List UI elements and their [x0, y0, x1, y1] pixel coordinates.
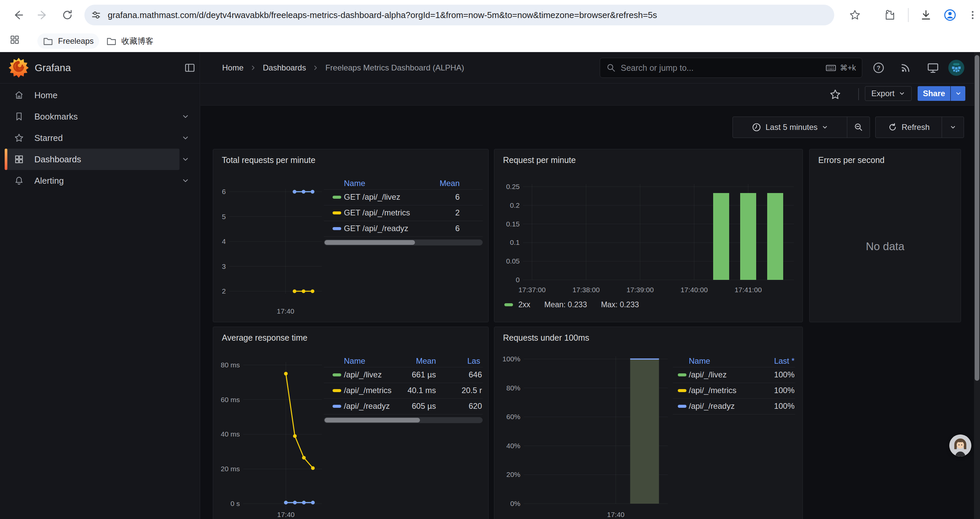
search-input[interactable]: Search or jump to... ⌘+k — [600, 58, 862, 78]
series-color-chip[interactable] — [678, 389, 686, 392]
svg-text:5: 5 — [222, 213, 226, 220]
svg-text:20 ms: 20 ms — [221, 465, 240, 473]
sidebar-item-home[interactable]: Home — [5, 85, 180, 106]
zoom-out-button[interactable] — [847, 117, 870, 137]
site-settings-icon[interactable] — [84, 10, 108, 21]
legend-column-header[interactable]: Las — [467, 356, 480, 366]
series-name[interactable]: 2xx — [519, 300, 530, 309]
legend-series-value: 100% — [774, 386, 795, 395]
panel-request-per-minute[interactable]: Request per minute 0.250.20.150.10.05017… — [494, 149, 803, 322]
time-range-picker[interactable]: Last 5 minutes — [733, 117, 847, 137]
panel-errors-per-second[interactable]: Errors per second No data — [809, 149, 961, 322]
bookmark-star-icon[interactable] — [844, 4, 865, 26]
legend-scrollbar-thumb[interactable] — [325, 240, 415, 245]
user-avatar[interactable] — [948, 60, 964, 76]
news-rss-icon[interactable] — [897, 60, 914, 76]
back-icon[interactable] — [7, 4, 29, 26]
refresh-interval-dropdown[interactable] — [942, 117, 964, 137]
breadcrumb-dashboards[interactable]: Dashboards — [263, 63, 306, 72]
page-scrollbar-thumb[interactable] — [975, 55, 979, 381]
extensions-icon[interactable] — [879, 4, 900, 26]
help-icon[interactable]: ? — [870, 60, 886, 76]
dashboard-canvas: Last 5 minutes Refresh Total requests p — [200, 105, 980, 519]
bookmark-folder-freeleaps[interactable]: Freeleaps — [37, 34, 99, 49]
svg-text:80%: 80% — [506, 384, 520, 392]
legend-separator — [673, 398, 795, 399]
apps-grid-icon[interactable] — [5, 30, 24, 49]
legend-series-name[interactable]: /api/_/metrics — [689, 386, 737, 395]
series-color-chip[interactable] — [332, 405, 341, 408]
legend-column-header[interactable]: Mean — [416, 356, 436, 366]
clock-icon — [751, 122, 762, 132]
legend-column-header[interactable]: Mean — [440, 179, 460, 188]
sidebar-item-label: Home — [34, 90, 57, 101]
forward-icon[interactable] — [32, 4, 53, 26]
star-icon — [14, 133, 24, 143]
export-button[interactable]: Export — [865, 86, 912, 101]
brand-name[interactable]: Grafana — [35, 62, 71, 73]
legend-series-name[interactable]: GET /api/_/readyz — [344, 224, 408, 233]
series-max: Max: 0.233 — [601, 300, 639, 309]
legend-series-name[interactable]: GET /api/_/livez — [344, 192, 400, 202]
legend-separator — [673, 383, 795, 383]
dock-sidebar-icon[interactable] — [184, 62, 196, 73]
share-dropdown-button[interactable] — [951, 86, 965, 101]
chrome-menu-icon[interactable] — [962, 4, 980, 26]
panel-title[interactable]: Errors per second — [818, 155, 885, 165]
bookmark-folder-blogs[interactable]: 收藏博客 — [101, 34, 159, 49]
legend-series-value: 620 — [469, 401, 482, 411]
svg-text:0.1: 0.1 — [510, 238, 520, 246]
chevron-down-icon[interactable] — [181, 177, 189, 185]
legend-column-header[interactable]: Name — [689, 356, 710, 366]
legend-scrollbar[interactable] — [324, 240, 483, 246]
legend-series-name[interactable]: /api/_/livez — [689, 370, 727, 379]
legend-scrollbar[interactable] — [324, 417, 483, 423]
grafana-header: Home Dashboards Freeleaps Metrics Dashbo… — [200, 52, 980, 83]
series-color-chip[interactable] — [332, 196, 341, 199]
series-mean: Mean: 0.233 — [544, 300, 587, 309]
series-color-chip[interactable] — [332, 211, 341, 214]
chevron-down-icon[interactable] — [181, 155, 189, 163]
sidebar-item-alerting[interactable]: Alerting — [5, 170, 180, 192]
breadcrumb-home[interactable]: Home — [222, 63, 243, 72]
favorite-star-icon[interactable] — [827, 86, 843, 102]
profile-icon[interactable] — [939, 4, 961, 26]
assistant-avatar[interactable] — [949, 434, 971, 457]
legend-separator — [673, 367, 795, 367]
sidebar-item-bookmarks[interactable]: Bookmarks — [5, 106, 180, 127]
sidebar-item-starred[interactable]: Starred — [5, 127, 180, 149]
share-button[interactable]: Share — [918, 86, 950, 101]
legend-column-header[interactable]: Name — [344, 356, 365, 366]
legend-series-name[interactable]: GET /api/_/metrics — [344, 208, 410, 217]
bar-chart: 0.250.20.150.10.05017:37:0017:38:0017:39… — [494, 149, 803, 323]
legend-series-name[interactable]: /api/_/livez — [344, 370, 382, 379]
legend-series-value: 6 — [455, 192, 460, 202]
legend-series-name[interactable]: /api/_/readyz — [689, 401, 735, 411]
panel-average-response-time[interactable]: Average response time 80 ms60 ms40 ms20 … — [213, 327, 488, 519]
actions-divider — [858, 88, 859, 100]
chevron-down-icon[interactable] — [181, 134, 189, 142]
dashboard-actions-row: Export Share — [200, 83, 980, 105]
downloads-icon[interactable] — [915, 4, 937, 26]
legend-column-header[interactable]: Name — [344, 179, 365, 188]
refresh-button[interactable]: Refresh — [876, 117, 942, 137]
chevron-down-icon[interactable] — [181, 113, 189, 121]
series-color-chip[interactable] — [332, 227, 341, 230]
series-color-chip[interactable] — [678, 405, 686, 408]
series-color-chip[interactable] — [332, 389, 341, 392]
sidebar-item-dashboards[interactable]: Dashboards — [5, 149, 180, 170]
sidebar-item-label: Alerting — [34, 176, 64, 186]
url-text[interactable]: grafana.mathmast.com/d/deytv4rwavabkb/fr… — [108, 10, 657, 21]
reload-icon[interactable] — [57, 4, 78, 26]
legend-series-name[interactable]: /api/_/metrics — [344, 386, 391, 395]
panel-total-requests-per-minute[interactable]: Total requests per minute 6543217:40 Nam… — [213, 149, 488, 322]
monitor-icon[interactable] — [925, 60, 941, 76]
series-color-chip[interactable] — [332, 374, 341, 376]
grafana-logo-icon[interactable] — [8, 57, 29, 78]
legend-column-header[interactable]: Last * — [774, 356, 795, 366]
series-color-chip[interactable] — [678, 374, 686, 376]
legend-series-name[interactable]: /api/_/readyz — [344, 401, 390, 411]
address-bar[interactable]: grafana.mathmast.com/d/deytv4rwavabkb/fr… — [84, 5, 834, 26]
panel-requests-under-100ms[interactable]: Requests under 100ms 100%80%60%40%20%0%1… — [494, 327, 803, 519]
legend-scrollbar-thumb[interactable] — [325, 418, 420, 423]
